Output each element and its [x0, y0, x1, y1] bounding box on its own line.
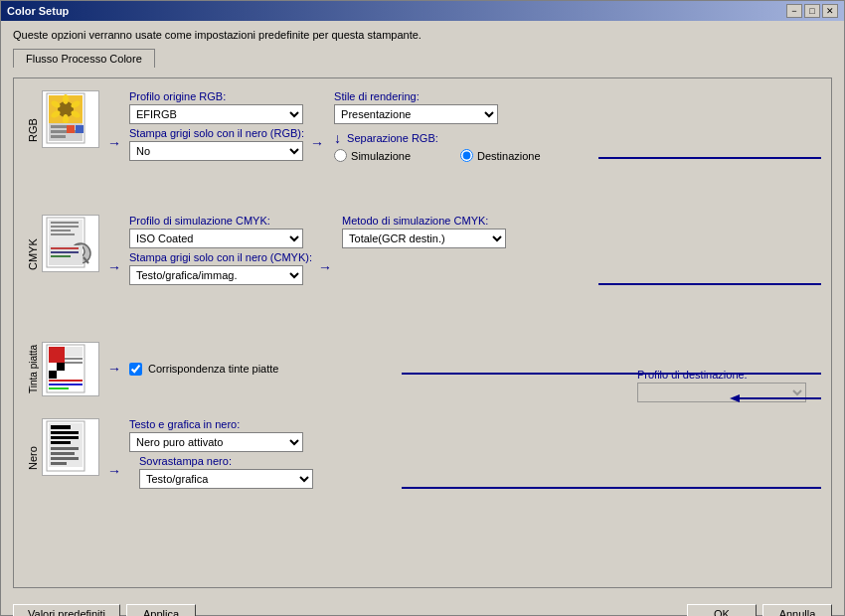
svg-rect-13 [67, 125, 75, 133]
nero-text-select[interactable]: Nero puro attivato [129, 432, 303, 452]
svg-rect-46 [51, 447, 79, 450]
cmyk-label: CMYK [24, 215, 42, 294]
tinta-checkbox[interactable] [129, 363, 142, 376]
window-title: Color Setup [7, 5, 69, 17]
cmyk-sim-profile-group: Profilo di simulazione CMYK: ISO Coated [129, 215, 312, 248]
maximize-button[interactable]: □ [804, 4, 820, 18]
rgb-label: RGB [24, 90, 42, 170]
dest-profile-group: Profilo di destinazione: [637, 369, 806, 402]
nero-thumb-img [43, 419, 99, 476]
nero-overprint-select[interactable]: Testo/grafica [139, 469, 313, 489]
svg-rect-17 [51, 222, 79, 224]
svg-rect-36 [65, 362, 83, 364]
svg-rect-37 [49, 380, 83, 382]
tinta-label: Tinta piatta [24, 339, 42, 398]
rgb-thumb [42, 90, 99, 148]
radio-group: Simulazione Destinazione [334, 149, 541, 162]
cmyk-gray-select[interactable]: Testo/grafica/immag. [129, 265, 303, 285]
svg-rect-30 [49, 363, 57, 371]
cmyk-thumb-img [43, 216, 99, 272]
tinta-checkbox-text: Corrispondenza tinte piatte [148, 363, 278, 375]
svg-rect-31 [57, 363, 65, 371]
cmyk-sim-profile-select[interactable]: ISO Coated [129, 229, 303, 248]
svg-rect-33 [57, 371, 65, 379]
tinta-thumb-img [43, 343, 99, 396]
svg-rect-38 [49, 384, 83, 385]
tab-bar: Flusso Processo Colore [13, 49, 832, 68]
svg-point-3 [63, 94, 69, 104]
defaults-button[interactable]: Valori predefiniti [13, 604, 120, 616]
layout: RGB [24, 90, 821, 577]
close-button[interactable]: ✕ [822, 4, 838, 18]
description-text: Queste opzioni verranno usate come impos… [13, 29, 832, 41]
svg-rect-12 [51, 135, 66, 138]
bottom-right: OK Annulla [687, 604, 832, 616]
dest-profile-label: Profilo di destinazione: [637, 369, 806, 381]
cmyk-arrow: → [107, 259, 121, 275]
cmyk-gray-group: Stampa grigi solo con il nero (CMYK): Te… [129, 251, 312, 285]
tab-flusso[interactable]: Flusso Processo Colore [13, 49, 155, 68]
rgb-profile-label: Profilo origine RGB: [129, 90, 304, 102]
cmyk-left-controls: Profilo di simulazione CMYK: ISO Coated … [129, 215, 312, 285]
svg-rect-42 [51, 425, 71, 429]
row-cmyk: CMYK [24, 215, 821, 294]
ok-button[interactable]: OK [687, 604, 757, 616]
cmyk-gray-label: Stampa grigi solo con il nero (CMYK): [129, 251, 312, 263]
minimize-button[interactable]: − [786, 4, 802, 18]
separator-label: Separazione RGB: [347, 132, 438, 144]
sim-radio-text: Simulazione [351, 150, 411, 162]
rendering-select[interactable]: Presentazione [334, 104, 498, 124]
row-nero: Nero [24, 418, 821, 498]
cmyk-method-select[interactable]: Totale(GCR destin.) [342, 229, 506, 248]
svg-rect-34 [65, 347, 83, 357]
svg-rect-32 [49, 371, 57, 379]
cmyk-right-controls: Metodo di simulazione CMYK: Totale(GCR d… [342, 215, 506, 248]
dest-radio[interactable] [460, 149, 473, 162]
rgb-thumb-img [43, 91, 99, 148]
rgb-gray-select[interactable]: No [129, 141, 303, 161]
svg-rect-41 [49, 423, 83, 467]
rgb-arrow: → [107, 135, 121, 151]
tinta-checkbox-label[interactable]: Corrispondenza tinte piatte [129, 363, 278, 376]
svg-rect-48 [51, 457, 79, 460]
svg-rect-18 [51, 226, 79, 228]
sim-radio[interactable] [334, 149, 347, 162]
cmyk-arrow2: → [318, 259, 332, 275]
tinta-thumb [42, 342, 99, 396]
svg-rect-45 [51, 441, 71, 444]
nero-label: Nero [24, 418, 42, 498]
svg-rect-25 [51, 247, 79, 249]
separator-group: ↓ Separazione RGB: Simulazione [334, 131, 541, 162]
window-content: Queste opzioni verranno usate come impos… [1, 21, 844, 596]
cmyk-thumb [42, 215, 99, 272]
nero-overprint-label: Sovrastampa nero: [139, 455, 313, 467]
svg-rect-26 [51, 251, 79, 253]
svg-rect-39 [49, 387, 69, 389]
svg-rect-20 [51, 233, 75, 235]
svg-point-6 [63, 114, 69, 124]
rgb-gray-label: Stampa grigi solo con il nero (RGB): [129, 127, 304, 139]
dest-profile-select[interactable] [637, 383, 806, 402]
svg-rect-27 [51, 255, 71, 257]
rgb-profile-select[interactable]: EFIRGB [129, 104, 303, 124]
rgb-profile-group: Profilo origine RGB: EFIRGB [129, 90, 304, 124]
row-rgb: RGB [24, 90, 821, 170]
nero-text-group: Testo e grafica in nero: Nero puro attiv… [129, 418, 313, 452]
apply-button[interactable]: Applica [126, 604, 196, 616]
nero-arrow: → [107, 463, 121, 479]
rgb-right-controls: Stile di rendering: Presentazione ↓ Sepa… [334, 90, 541, 162]
dest-radio-label[interactable]: Destinazione [460, 149, 541, 162]
dest-radio-text: Destinazione [477, 150, 541, 162]
cancel-button[interactable]: Annulla [762, 604, 832, 616]
svg-rect-29 [49, 347, 65, 363]
rgb-left-controls: Profilo origine RGB: EFIRGB Stampa grigi… [129, 90, 304, 161]
nero-text-label: Testo e grafica in nero: [129, 418, 313, 430]
rendering-group: Stile di rendering: Presentazione [334, 90, 541, 124]
sim-radio-label[interactable]: Simulazione [334, 149, 411, 162]
svg-rect-43 [51, 431, 79, 434]
cmyk-sim-profile-label: Profilo di simulazione CMYK: [129, 215, 312, 227]
rgb-arrow2: → [310, 135, 324, 151]
nero-thumb [42, 418, 99, 476]
nero-overprint-group: Sovrastampa nero: Testo/grafica [139, 455, 313, 489]
svg-rect-44 [51, 436, 79, 439]
